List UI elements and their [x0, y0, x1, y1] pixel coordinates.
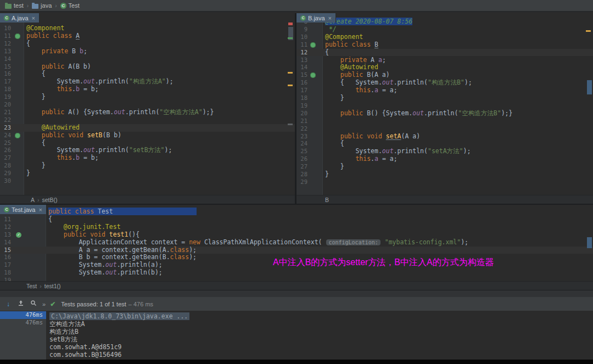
run-pass-icon[interactable]: ✓	[16, 232, 21, 238]
code-line[interactable]: 15 public B(A a)	[296, 71, 593, 79]
tab-test-java[interactable]: C Test.java ×	[0, 205, 47, 214]
line-number: 20	[1, 101, 11, 109]
code-line[interactable]: 23 public void setA(A a)	[296, 133, 593, 141]
code-line[interactable]: 11{	[0, 216, 593, 223]
code-line[interactable]: 18 System.out.println(b);	[0, 269, 593, 277]
console-line[interactable]: 空构造方法A	[49, 320, 593, 328]
code-line[interactable]: 9 */	[296, 26, 593, 33]
console-line[interactable]: com.sowhat.B@156496	[49, 351, 593, 359]
code-line[interactable]: 22	[0, 116, 295, 124]
code-line[interactable]: 21 public A() {System.out.println("空构造方法…	[0, 109, 295, 116]
code-line[interactable]: 20 public B() {System.out.println("空构造方法…	[296, 110, 593, 117]
code-line[interactable]: 19	[0, 277, 593, 281]
line-number: 22	[298, 125, 307, 133]
navigation-bar: test › java › C Test	[0, 0, 593, 12]
code-line[interactable]: 13 private B b;	[0, 48, 295, 55]
navigate-down-icon[interactable]: ↓	[4, 300, 12, 308]
scrollbar-thumb[interactable]	[587, 80, 592, 94]
code-line[interactable]: 25 {	[0, 139, 295, 147]
scrollbar-thumb[interactable]	[587, 237, 592, 248]
code-line[interactable]: 15 A a = context.getBean(A.class);	[0, 247, 593, 254]
console-line[interactable]: setB方法	[49, 335, 593, 343]
breadcrumb-item[interactable]: setB()	[42, 197, 58, 203]
code-line[interactable]: 8@create 2020-08-07 8:56	[296, 18, 593, 26]
code-line[interactable]: 13✓ public void test1(){	[0, 231, 593, 239]
code-line[interactable]: 14 @Autowired	[296, 64, 593, 71]
breadcrumb-item[interactable]: B	[325, 197, 329, 203]
code-text: System.out.println("setA方法");	[325, 148, 471, 155]
code-line[interactable]: 13 private A a;	[296, 57, 593, 64]
close-icon[interactable]: ×	[38, 206, 42, 213]
line-number: 17	[298, 87, 307, 94]
code-line[interactable]: 20	[0, 101, 295, 109]
spring-icon[interactable]	[15, 133, 20, 138]
close-icon[interactable]: ×	[32, 15, 35, 21]
test-tree-row[interactable]: 476ms	[0, 311, 46, 319]
code-line[interactable]: 11public class B	[296, 41, 593, 49]
line-number: 13	[1, 48, 11, 55]
run-console[interactable]: C:\Java\jdk1.8.0_73\bin\java.exe ...空构造方…	[47, 311, 593, 360]
code-line[interactable]: 30	[0, 177, 295, 185]
test-tree-row[interactable]: 476ms	[0, 319, 46, 327]
spring-icon[interactable]	[15, 33, 20, 39]
editor-b-java[interactable]: C B.java × 8@create 2020-08-07 8:569 */1…	[296, 13, 593, 195]
code-text: {	[48, 216, 52, 223]
code-line[interactable]: 12{	[296, 49, 593, 57]
code-line[interactable]: 18 }	[296, 94, 593, 102]
code-line[interactable]: 19	[296, 102, 593, 110]
code-line[interactable]: 19 }	[0, 93, 295, 101]
code-line[interactable]: 17 this.a = a;	[296, 87, 593, 94]
code-line[interactable]: 27 this.b = b;	[0, 154, 295, 162]
export-icon[interactable]	[17, 300, 25, 308]
code-line[interactable]: 26 System.out.println("setB方法");	[0, 147, 295, 154]
code-line[interactable]: 16 { System.out.println("构造方法B");	[296, 79, 593, 87]
code-line[interactable]: 18 this.b = b;	[0, 86, 295, 93]
tab-b-java[interactable]: C B.java ×	[296, 13, 336, 23]
spring-icon[interactable]	[310, 42, 316, 48]
code-line[interactable]: 25 System.out.println("setA方法");	[296, 148, 593, 155]
editor-test-java[interactable]: C Test.java × 10public class Test 11{12 …	[0, 205, 593, 281]
code-line[interactable]: 17 System.out.println("构造方法A");	[0, 78, 295, 86]
code-line[interactable]: 27 }	[296, 163, 593, 171]
line-number: 25	[298, 148, 307, 155]
nav-item-test[interactable]: test	[3, 2, 25, 9]
more-chevrons-icon[interactable]: »	[42, 301, 45, 307]
nav-item-java[interactable]: java	[30, 2, 53, 9]
code-line[interactable]: 10@Component	[296, 33, 593, 41]
console-line[interactable]: C:\Java\jdk1.8.0_73\bin\java.exe ...	[49, 312, 189, 320]
editor-a-java[interactable]: C A.java × 10@Component11public class A1…	[0, 13, 295, 195]
breadcrumb-item[interactable]: Test	[26, 283, 37, 289]
code-line[interactable]: 14 ApplicationContext context = new Clas…	[0, 239, 593, 247]
close-icon[interactable]: ×	[328, 15, 332, 21]
filter-icon[interactable]	[30, 300, 37, 308]
console-line[interactable]: 构造方法B	[49, 328, 593, 335]
console-line[interactable]: com.sowhat.A@d851c9	[49, 343, 593, 351]
line-number: 23	[1, 124, 11, 132]
code-line[interactable]: 10@Component	[0, 25, 295, 32]
code-line[interactable]: 12{	[0, 40, 295, 48]
code-line[interactable]: 21	[296, 117, 593, 125]
tab-a-java[interactable]: C A.java ×	[0, 13, 40, 23]
breadcrumb-item[interactable]: A	[31, 197, 35, 203]
code-line[interactable]: 22	[296, 125, 593, 133]
breadcrumb-item[interactable]: test1()	[44, 283, 61, 289]
code-line[interactable]: 16 {	[0, 70, 295, 78]
code-line[interactable]: 14	[0, 55, 295, 63]
code-line[interactable]: 12 @org.junit.Test	[0, 223, 593, 231]
code-line[interactable]: 26 this.a = a;	[296, 155, 593, 163]
code-line[interactable]: 11public class A	[0, 32, 295, 40]
code-line[interactable]: 24 public void setB(B b)	[0, 132, 295, 139]
run-panel-header	[0, 290, 593, 297]
code-line[interactable]: 10public class Test	[0, 208, 593, 216]
code-line[interactable]: 24 {	[296, 140, 593, 148]
spring-icon[interactable]	[310, 72, 316, 78]
test-tree[interactable]: 476ms 476ms	[0, 311, 47, 360]
code-line[interactable]: 29}	[0, 170, 295, 177]
code-line[interactable]: 29	[296, 178, 593, 186]
code-line[interactable]: 28}	[296, 171, 593, 178]
code-line[interactable]: 28 }	[0, 162, 295, 170]
code-line[interactable]: 15 public A(B b)	[0, 63, 295, 71]
code-line[interactable]: 23 @Autowired	[0, 124, 295, 132]
nav-item-Test[interactable]: C Test	[59, 2, 81, 9]
chevron-right-icon: ›	[37, 197, 40, 203]
